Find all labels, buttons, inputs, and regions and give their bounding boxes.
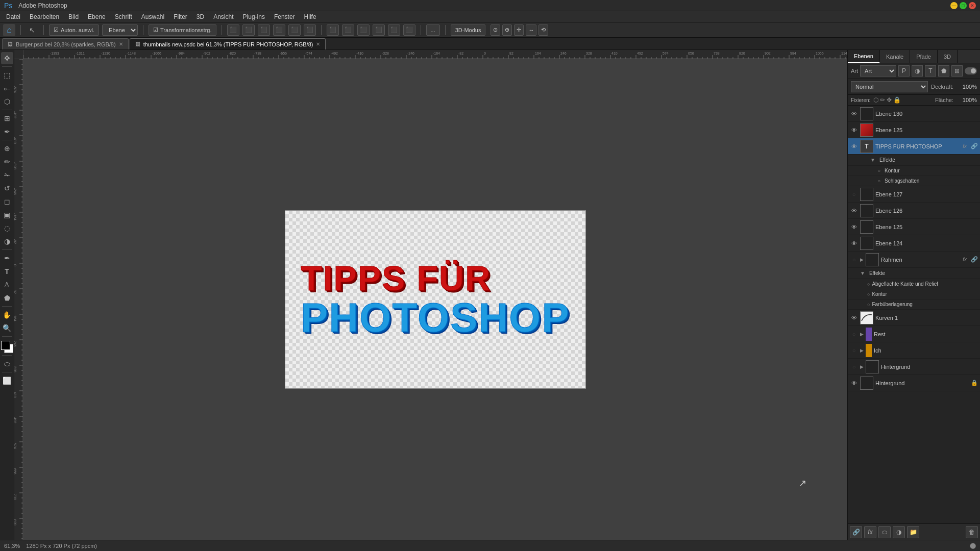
arrow-tool[interactable]: ↖	[26, 24, 38, 36]
canvas-viewport[interactable]: TIPPS FÜR PHOTOSHOP ↗	[23, 59, 847, 540]
align-bottom-button[interactable]: ⬛	[304, 24, 316, 36]
more-options-button[interactable]: ...	[426, 24, 440, 36]
rahmen-expand[interactable]: ▶	[860, 257, 864, 262]
visibility-ebene125b[interactable]: 👁	[850, 126, 858, 134]
lock-position-icon[interactable]: ✥	[887, 96, 892, 104]
menu-plugins[interactable]: Plug-ins	[239, 12, 269, 21]
layer-ich[interactable]: ○ ▶ Ich	[848, 342, 980, 359]
filter-text-btn[interactable]: T	[925, 65, 936, 77]
visibility-rahmen[interactable]: ○	[850, 256, 858, 264]
tool-marquee[interactable]: ⬚	[1, 69, 13, 81]
tool-healing[interactable]: ⊕	[1, 142, 13, 155]
visibility-hintergrund2[interactable]: ○	[850, 363, 858, 371]
blend-mode-dropdown[interactable]: Normal Multiplizieren Negativ multiplizi…	[851, 81, 928, 92]
align-center-h-button[interactable]: ⬛	[242, 24, 255, 36]
tool-zoom[interactable]: 🔍	[1, 322, 13, 334]
tab-ebenen[interactable]: Ebenen	[848, 50, 880, 63]
visibility-hintergrund[interactable]: 👁	[850, 379, 858, 387]
layer-farbuberlagerung[interactable]: ○ Farbüberlagerung	[848, 299, 980, 310]
visibility-ebene130[interactable]: 👁	[850, 110, 858, 118]
tool-gradient[interactable]: ▣	[1, 209, 13, 221]
distribute-bottom-button[interactable]: ⬛	[403, 24, 415, 36]
lock-pixels-icon[interactable]: ✏	[880, 96, 885, 104]
layer-ebene130[interactable]: 👁 Ebene 130	[848, 106, 980, 122]
3d-mode-button[interactable]: 3D-Modus	[451, 24, 486, 36]
tab-pfade[interactable]: Pfade	[910, 50, 938, 63]
tab-burger[interactable]: 🖼 Burger.psd bei 20,8% (sparkles, RGB/8)…	[2, 38, 129, 49]
tool-eraser[interactable]: ◻	[1, 195, 13, 208]
distribute-center-v-button[interactable]: ⬛	[388, 24, 400, 36]
tool-dodge[interactable]: ◑	[1, 235, 13, 247]
tool-stamp[interactable]: ✁	[1, 169, 13, 181]
menu-ebene[interactable]: Ebene	[84, 12, 110, 21]
visibility-tipps[interactable]: 👁	[850, 142, 858, 151]
layer-adjustment-button[interactable]: ◑	[893, 526, 905, 538]
home-button[interactable]: ⌂	[3, 24, 15, 36]
layer-kontur[interactable]: ○ Kontur	[848, 166, 980, 176]
3d-btn-5[interactable]: ⟲	[538, 24, 548, 36]
align-left-button[interactable]: ⬛	[227, 24, 239, 36]
distribute-top-button[interactable]: ⬛	[373, 24, 385, 36]
canvas-document[interactable]: TIPPS FÜR PHOTOSHOP	[285, 210, 586, 389]
tool-blur[interactable]: ◌	[1, 222, 13, 234]
close-button[interactable]: ✕	[969, 2, 976, 9]
layer-ebene125b[interactable]: 👁 Ebene 125	[848, 122, 980, 138]
menu-fenster[interactable]: Fenster	[270, 12, 299, 21]
tool-move[interactable]: ✥	[1, 52, 13, 64]
tool-history[interactable]: ↺	[1, 182, 13, 194]
align-center-v-button[interactable]: ⬛	[288, 24, 301, 36]
tool-shape[interactable]: ⬟	[1, 292, 13, 304]
rest-expand[interactable]: ▶	[860, 332, 864, 337]
filter-adj-btn[interactable]: ◑	[912, 65, 923, 77]
auto-select-dropdown[interactable]: Ebene Gruppe	[102, 24, 138, 36]
layer-ebene124[interactable]: 👁 Ebene 124	[848, 235, 980, 252]
transform-controls-button[interactable]: ☑ Transformationsstrg.	[149, 24, 216, 36]
visibility-ebene125c[interactable]: 👁	[850, 223, 858, 231]
menu-3d[interactable]: 3D	[192, 12, 208, 21]
tab-close-2[interactable]: ✕	[316, 41, 320, 47]
visibility-ich[interactable]: ○	[850, 346, 858, 355]
tool-crop[interactable]: ⊞	[1, 112, 13, 124]
layer-ebene125c[interactable]: 👁 Ebene 125	[848, 219, 980, 235]
layer-fx-button[interactable]: fx	[864, 526, 876, 538]
tool-pen[interactable]: ✒	[1, 252, 13, 264]
menu-bearbeiten[interactable]: Bearbeiten	[26, 12, 63, 21]
layer-kontur2[interactable]: ○ Kontur	[848, 289, 980, 299]
tool-screen-mode[interactable]: ⬜	[1, 374, 13, 387]
filter-shape-btn[interactable]: ⬟	[938, 65, 949, 77]
layer-ebene127[interactable]: ○ Ebene 127	[848, 186, 980, 203]
distribute-right-button[interactable]: ⬛	[357, 24, 370, 36]
tool-eyedropper[interactable]: ✒	[1, 126, 13, 138]
layer-rahmen-effekte[interactable]: ▼ Effekte	[848, 268, 980, 279]
menu-ansicht[interactable]: Ansicht	[209, 12, 237, 21]
tab-thumbnails[interactable]: 🖼 thumbnails new.psdc bei 61,3% (TIPPS F…	[130, 38, 326, 49]
minimize-button[interactable]: —	[950, 2, 958, 9]
visibility-ebene124[interactable]: 👁	[850, 239, 858, 247]
menu-auswahl[interactable]: Auswahl	[137, 12, 168, 21]
layer-tipps[interactable]: 👁 T TIPPS FÜR PHOTOSHOP fx 🔗	[848, 138, 980, 155]
menu-schrift[interactable]: Schrift	[111, 12, 136, 21]
flache-value[interactable]: 100%	[957, 97, 977, 103]
rahmen-effekte-arrow[interactable]: ▼	[860, 270, 865, 276]
menu-datei[interactable]: Datei	[2, 12, 24, 21]
foreground-color[interactable]	[1, 341, 10, 350]
tab-3d[interactable]: 3D	[938, 50, 958, 63]
layer-schlagschatten[interactable]: ○ Schlagschatten	[848, 176, 980, 186]
tool-text[interactable]: T	[1, 265, 13, 278]
tool-brush[interactable]: ✏	[1, 156, 13, 168]
filter-toggle[interactable]	[965, 67, 977, 74]
filter-type-btn[interactable]: P	[898, 65, 910, 77]
3d-btn-2[interactable]: ⊕	[502, 24, 512, 36]
tab-close-1[interactable]: ✕	[119, 41, 123, 47]
auto-select-button[interactable]: ☑ Auton. auswl.	[49, 24, 99, 36]
layer-rest[interactable]: ○ ▶ Rest	[848, 326, 980, 342]
layer-effekte[interactable]: ▼ Effekte	[848, 155, 980, 166]
tool-quick-mask[interactable]: ⬭	[1, 358, 13, 370]
visibility-ebene126[interactable]: 👁	[850, 207, 858, 215]
menu-filter[interactable]: Filter	[169, 12, 191, 21]
layer-kurven1[interactable]: 👁 Kurven 1	[848, 310, 980, 326]
layer-hintergrund2[interactable]: ○ ▶ Hintergrund	[848, 359, 980, 375]
layer-hintergrund[interactable]: 👁 Hintergrund 🔒	[848, 375, 980, 391]
layer-ebene126[interactable]: 👁 Ebene 126	[848, 203, 980, 219]
3d-btn-3[interactable]: ✛	[514, 24, 524, 36]
